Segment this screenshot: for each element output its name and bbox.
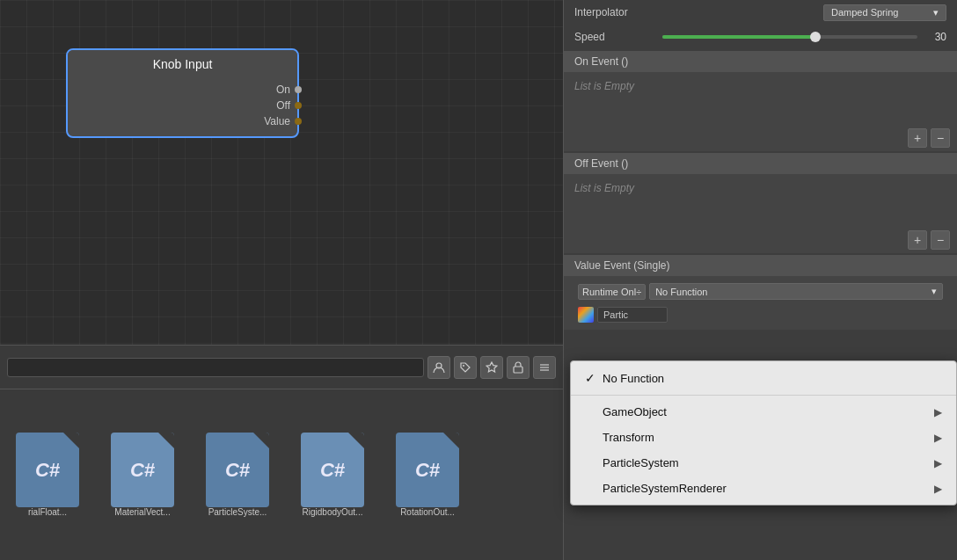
on-event-add-btn[interactable]: + [908, 128, 927, 148]
runtime-dropdown[interactable]: Runtime Onl÷ [578, 284, 646, 300]
node-canvas[interactable]: Knob Input On Off Value [0, 0, 563, 345]
on-event-header: On Event () [564, 51, 957, 72]
dropdown-item-particlesystemrenderer[interactable]: ParticleSystemRenderer ▶ [571, 476, 956, 501]
file-item-4[interactable]: RotationOut... [384, 433, 471, 517]
off-event-add-btn[interactable]: + [908, 230, 927, 250]
value-event-controls-row: Runtime Onl÷ No Function ▾ [571, 280, 950, 303]
speed-slider-track[interactable] [662, 35, 917, 39]
on-event-remove-btn[interactable]: − [931, 128, 950, 148]
speed-slider-container: 30 [662, 31, 946, 43]
port-on[interactable]: On [68, 82, 297, 98]
cs-file-icon-4 [396, 433, 459, 507]
knob-input-node[interactable]: Knob Input On Off Value [66, 48, 299, 138]
dropdown-arrow-3: ▶ [934, 483, 942, 495]
dropdown-item-particlesystem[interactable]: ParticleSystem ▶ [571, 450, 956, 476]
right-panel: Interpolator Damped Spring ▾ Speed 30 On… [563, 0, 957, 560]
file-browser: rialFloat... MaterialVect... ParticleSys… [0, 389, 563, 560]
lock-btn[interactable] [507, 356, 530, 379]
avatar-btn[interactable] [427, 356, 450, 379]
node-ports: On Off Value [68, 78, 297, 136]
file-label-0: rialFloat... [28, 507, 67, 517]
value-event-header: Value Event (Single) [564, 255, 957, 276]
file-item-3[interactable]: RigidbodyOut... [289, 433, 376, 517]
dropdown-item-particlesystemrenderer-label: ParticleSystemRenderer [603, 482, 934, 495]
value-event-object-row: Partic [571, 303, 950, 326]
file-label-2: ParticleSyste... [208, 507, 267, 517]
runtime-dropdown-label: Runtime Onl÷ [582, 287, 641, 297]
port-on-dot [295, 86, 302, 93]
port-off-label: Off [276, 99, 290, 112]
dropdown-arrow-1: ▶ [934, 432, 942, 444]
interpolator-label: Interpolator [574, 6, 662, 18]
cs-file-icon-3 [301, 433, 364, 507]
file-label-1: MaterialVect... [114, 507, 170, 517]
bottom-toolbar [0, 345, 563, 389]
file-item-2[interactable]: ParticleSyste... [194, 433, 281, 517]
func-dropdown-arrow: ▾ [931, 286, 937, 297]
interpolator-row: Interpolator Damped Spring ▾ [564, 0, 957, 25]
dropdown-arrow-0: ▶ [934, 406, 942, 418]
off-event-footer: + − [564, 227, 957, 253]
port-value-label: Value [264, 115, 290, 127]
on-event-body: List is Empty [564, 72, 957, 125]
on-event-empty: List is Empty [574, 80, 634, 92]
off-event-section: Off Event () List is Empty + − [564, 153, 957, 253]
off-event-body: List is Empty [564, 174, 957, 227]
off-event-remove-btn[interactable]: − [931, 230, 950, 250]
unity-object-icon [578, 307, 594, 323]
interpolator-dropdown[interactable]: Damped Spring ▾ [823, 4, 946, 21]
dropdown-item-gameobject-label: GameObject [603, 405, 934, 418]
cs-file-icon-1 [111, 433, 174, 507]
port-off[interactable]: Off [68, 98, 297, 113]
speed-row: Speed 30 [564, 25, 957, 49]
file-label-4: RotationOut... [400, 507, 455, 517]
no-function-dropdown-menu: ✓ No Function GameObject ▶ Transform ▶ P… [570, 360, 957, 505]
interpolator-dropdown-label: Damped Spring [831, 7, 898, 18]
file-item-1[interactable]: MaterialVect... [99, 433, 186, 517]
interpolator-dropdown-arrow: ▾ [933, 7, 939, 18]
speed-label: Speed [574, 31, 662, 43]
object-field[interactable]: Partic [597, 307, 668, 323]
func-dropdown[interactable]: No Function ▾ [649, 283, 943, 300]
dropdown-item-no-function[interactable]: ✓ No Function [571, 365, 956, 391]
list-btn[interactable] [533, 356, 556, 379]
value-event-body: Runtime Onl÷ No Function ▾ Partic [564, 276, 957, 330]
value-event-section: Value Event (Single) Runtime Onl÷ No Fun… [564, 255, 957, 330]
port-off-dot [295, 102, 302, 109]
checkmark-icon: ✓ [585, 371, 603, 385]
port-on-label: On [276, 84, 290, 96]
star-btn[interactable] [480, 356, 503, 379]
file-label-3: RigidbodyOut... [303, 507, 363, 517]
dropdown-separator [571, 395, 956, 396]
dropdown-item-particlesystem-label: ParticleSystem [603, 456, 934, 469]
on-event-section: On Event () List is Empty + − [564, 51, 957, 151]
speed-value: 30 [924, 31, 946, 43]
on-event-footer: + − [564, 125, 957, 151]
speed-slider-thumb [810, 32, 821, 42]
dropdown-item-transform[interactable]: Transform ▶ [571, 425, 956, 450]
left-panel: Knob Input On Off Value [0, 0, 563, 560]
cs-file-icon-2 [206, 433, 269, 507]
speed-slider-fill [662, 35, 815, 39]
dropdown-arrow-2: ▶ [934, 457, 942, 469]
cs-file-icon-0 [16, 433, 79, 507]
interpolator-value: Damped Spring ▾ [662, 4, 946, 21]
svg-point-1 [463, 365, 464, 367]
svg-rect-2 [514, 367, 522, 373]
dropdown-item-transform-label: Transform [603, 431, 934, 444]
tag-btn[interactable] [454, 356, 477, 379]
dropdown-item-gameobject[interactable]: GameObject ▶ [571, 399, 956, 425]
port-value-dot [295, 118, 302, 125]
node-title: Knob Input [68, 50, 297, 78]
off-event-header: Off Event () [564, 153, 957, 174]
file-item-0[interactable]: rialFloat... [4, 433, 91, 517]
search-bar[interactable] [7, 358, 424, 377]
func-dropdown-label: No Function [655, 287, 707, 297]
dropdown-item-no-function-label: No Function [603, 372, 942, 385]
port-value[interactable]: Value [68, 113, 297, 129]
off-event-empty: List is Empty [574, 182, 634, 194]
